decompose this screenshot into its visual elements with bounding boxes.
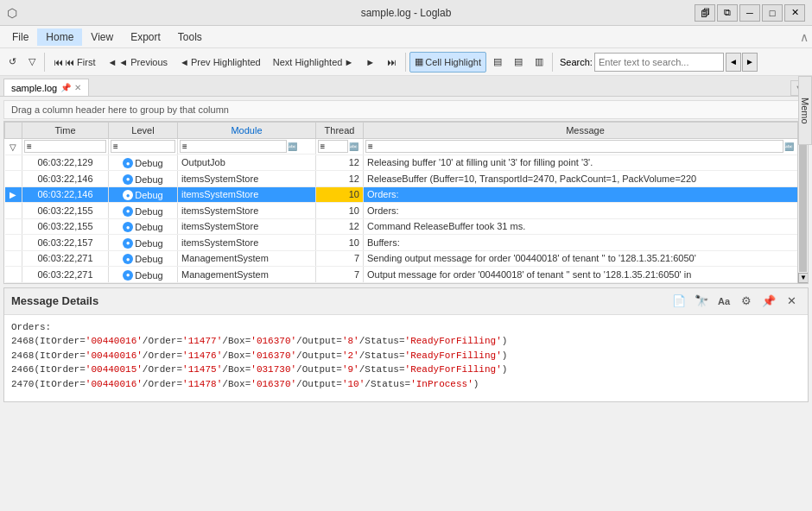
row-level: ●Debug	[109, 235, 178, 251]
col-highlight-button[interactable]: ▤	[488, 52, 507, 73]
restore-button[interactable]: ⧉	[717, 4, 738, 22]
toolbar: ↺ ▽ ⏮ ⏮ First ◄ ◄ Previous ◄ Prev Highli…	[0, 48, 812, 76]
tab-label: sample.log	[11, 83, 57, 93]
prev-icon: ◄	[107, 57, 117, 67]
table-row[interactable]: ▶06:03:22,146●DebugitemsSystemStore10Ord…	[5, 186, 808, 203]
tab-pin-icon[interactable]: 📌	[60, 83, 71, 92]
copy-button[interactable]: 📄	[669, 292, 688, 311]
first-button[interactable]: ⏮ ⏮ First	[48, 52, 100, 73]
menu-collapse[interactable]: ∧	[800, 30, 809, 44]
row-check[interactable]	[5, 203, 22, 219]
main-content: Drag a column header here to group by th…	[0, 97, 812, 511]
settings-button[interactable]: ⚙	[737, 292, 756, 311]
pin-button[interactable]: 🗐	[695, 4, 715, 22]
search-label: Search:	[560, 57, 593, 67]
prev-button[interactable]: ◄ ◄ Previous	[102, 52, 173, 73]
table-row[interactable]: 06:03:22,157●DebugitemsSystemStore10Buff…	[5, 235, 808, 251]
row-thread: 12	[316, 218, 364, 235]
menu-view[interactable]: View	[82, 28, 122, 46]
sample-log-tab[interactable]: sample.log 📌 ✕	[3, 79, 89, 96]
row-check[interactable]	[5, 218, 22, 235]
menu-tools[interactable]: Tools	[169, 28, 211, 46]
menu-export[interactable]: Export	[122, 28, 169, 46]
col-header-message[interactable]: Message	[364, 123, 808, 139]
search-input[interactable]	[594, 53, 724, 72]
filter-module[interactable]	[180, 140, 287, 153]
menu-file[interactable]: File	[3, 28, 37, 46]
last-button[interactable]: ⏭	[382, 52, 402, 73]
table-row[interactable]: 06:03:22,155●DebugitemsSystemStore12Comm…	[5, 218, 808, 235]
row-time: 06:03:22,146	[22, 171, 109, 187]
row-module: itemsSystemStore	[178, 171, 316, 187]
row-message: ReleaseBuffer (Buffer=10, TransportId=24…	[364, 171, 808, 187]
row-thread: 7	[316, 250, 364, 267]
menu-home[interactable]: Home	[37, 28, 82, 46]
tab-close-button[interactable]: ✕	[74, 83, 81, 92]
row-time: 06:03:22,157	[22, 235, 109, 251]
filter-message[interactable]	[365, 140, 783, 153]
row-highlight-button[interactable]: ▤	[509, 52, 528, 73]
filter-thread[interactable]	[318, 140, 348, 153]
table-scrollbar[interactable]: ▲ ▼	[797, 122, 808, 283]
row-level: ●Debug	[109, 186, 178, 203]
next-icon: ►	[365, 57, 375, 67]
table-row[interactable]: 06:03:22,155●DebugitemsSystemStore10Orde…	[5, 203, 808, 219]
row-time: 06:03:22,155	[22, 203, 109, 219]
prev-highlighted-button[interactable]: ◄ Prev Highlighted	[174, 52, 266, 73]
search-next-button[interactable]: ►	[742, 53, 758, 72]
close-button[interactable]: ✕	[784, 4, 805, 22]
grid-button[interactable]: ▥	[530, 52, 549, 73]
next-highlighted-button[interactable]: Next Highlighted ►	[268, 52, 359, 73]
row-message: Command ReleaseBuffer took 31 ms.	[364, 218, 808, 235]
row-level: ●Debug	[109, 155, 178, 171]
row-level: ●Debug	[109, 218, 178, 235]
table-row[interactable]: 06:03:22,146●DebugitemsSystemStore12Rele…	[5, 171, 808, 187]
separator-3	[552, 53, 553, 72]
font-button[interactable]: Aa	[714, 292, 733, 311]
row-time: 06:03:22,155	[22, 218, 109, 235]
module-filter-icon: 🔤	[288, 142, 297, 151]
filter-time[interactable]	[24, 140, 106, 153]
memo-tab[interactable]: Memo	[798, 76, 812, 145]
menu-bar: File Home View Export Tools ∧	[0, 26, 812, 48]
message-details-header: Message Details 📄 🔭 Aa ⚙ 📌 ✕	[4, 288, 808, 315]
close-details-button[interactable]: ✕	[782, 292, 801, 311]
row-check[interactable]	[5, 267, 22, 283]
maximize-button[interactable]: □	[762, 4, 783, 22]
col-header-module[interactable]: Module	[178, 123, 316, 139]
find-button[interactable]: 🔭	[692, 292, 711, 311]
row-check[interactable]	[5, 155, 22, 171]
row-time: 06:03:22,129	[22, 155, 109, 171]
table-row[interactable]: 06:03:22,129●DebugOutputJob12Releasing b…	[5, 155, 808, 171]
refresh-icon: ↺	[9, 56, 16, 67]
row-message: Buffers:	[364, 235, 808, 251]
message-details: Message Details 📄 🔭 Aa ⚙ 📌 ✕ Orders: 246…	[3, 287, 809, 402]
row-thread: 10	[316, 186, 364, 203]
scroll-down-button[interactable]: ▼	[798, 273, 809, 283]
msg-line-1: Orders:	[11, 320, 801, 335]
col-header-level[interactable]: Level	[109, 123, 178, 139]
table-row[interactable]: 06:03:22,271●DebugManagementSystem7Sendi…	[5, 250, 808, 267]
col-header-thread[interactable]: Thread	[316, 123, 364, 139]
filter-button[interactable]: ▽	[23, 52, 41, 73]
row-check[interactable]	[5, 250, 22, 267]
row-check[interactable]	[5, 235, 22, 251]
refresh-button[interactable]: ↺	[3, 52, 22, 73]
col-header-check[interactable]	[5, 123, 22, 139]
filter-row: ▽ 🔤 🔤	[5, 139, 808, 155]
next-button[interactable]: ►	[360, 52, 380, 73]
search-prev-button[interactable]: ◄	[726, 53, 741, 72]
row-message: Sending output message for order '004400…	[364, 250, 808, 267]
col-highlight-icon: ▤	[493, 56, 502, 67]
filter-level[interactable]	[111, 140, 175, 153]
pin-details-button[interactable]: 📌	[759, 292, 778, 311]
separator-1	[44, 53, 45, 72]
row-check[interactable]: ▶	[5, 186, 22, 203]
table-row[interactable]: 06:03:22,271●DebugManagementSystem7Outpu…	[5, 267, 808, 283]
col-header-time[interactable]: Time	[22, 123, 109, 139]
cell-highlight-button[interactable]: ▦ Cell Highlight	[409, 52, 486, 73]
minimize-button[interactable]: ─	[739, 4, 760, 22]
row-check[interactable]	[5, 171, 22, 187]
scroll-thumb[interactable]	[799, 133, 807, 272]
msg-line-3: 2468(ItOrder='00440016'/Order='11476'/Bo…	[11, 349, 801, 363]
